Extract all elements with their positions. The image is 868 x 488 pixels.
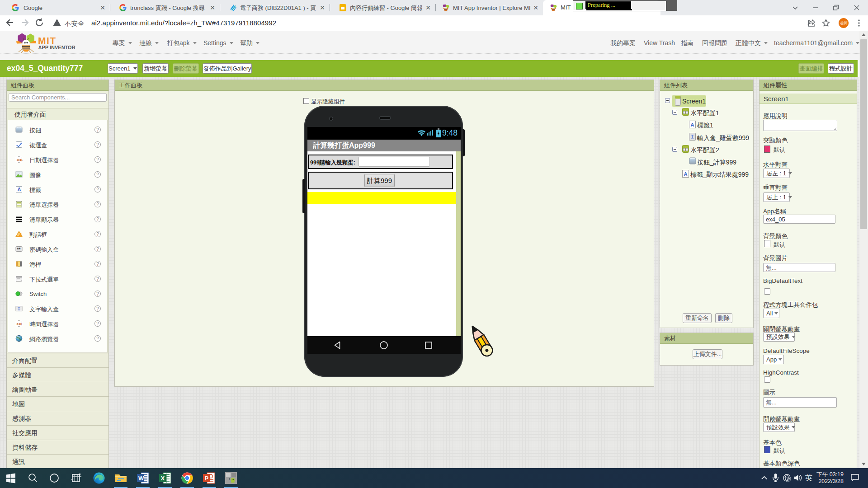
- svg-text:X: X: [161, 475, 165, 482]
- svg-text:P: P: [205, 475, 209, 482]
- svg-text:W: W: [138, 475, 144, 482]
- svg-text:**: **: [17, 247, 21, 252]
- svg-text:A: A: [18, 187, 21, 192]
- svg-text:A: A: [684, 171, 688, 177]
- svg-text:APP INVENTOR: APP INVENTOR: [38, 45, 75, 50]
- svg-text:MIT: MIT: [38, 35, 57, 46]
- svg-text:A: A: [691, 122, 694, 127]
- svg-text:2011: 2011: [17, 159, 23, 161]
- svg-text:8:10: 8:10: [17, 323, 22, 325]
